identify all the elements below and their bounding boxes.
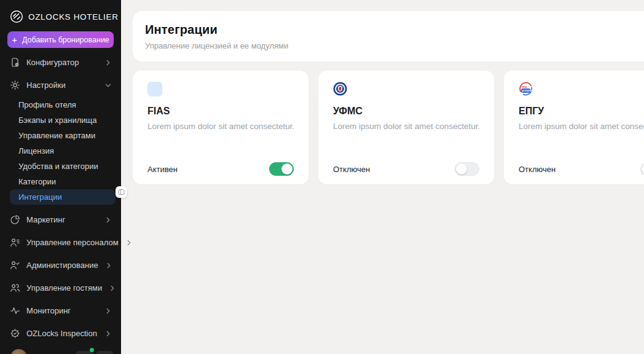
- main-content: Интеграции Управление лицензией и ее мод…: [121, 0, 644, 354]
- integration-card-fias: FIAS Lorem ipsum dolor sit amet consecte…: [133, 71, 308, 184]
- ufms-emblem-icon: [333, 82, 348, 96]
- integration-toggle[interactable]: [455, 162, 479, 176]
- nav-label: Маркетинг: [26, 215, 65, 224]
- chevron-right-icon: [108, 284, 117, 293]
- dock-button-right[interactable]: [96, 351, 113, 354]
- add-booking-label: Добавить бронирование: [22, 36, 109, 44]
- sidebar-subitem-integrations[interactable]: Интеграции: [10, 189, 116, 205]
- integration-card-ufms: УФМС Lorem ipsum dolor sit amet consecte…: [318, 71, 494, 184]
- sidebar: OZLOCKS HOTELIER + Добавить бронирование…: [0, 0, 121, 354]
- sidebar-item-ozlocks-inspection[interactable]: OZLocks Inspection: [0, 322, 121, 345]
- integration-status-label: Активен: [147, 165, 178, 174]
- sidebar-item-administration[interactable]: Администирование: [0, 254, 121, 277]
- page-header: Интеграции Управление лицензией и ее мод…: [133, 11, 644, 61]
- pie-chart-icon: [10, 214, 20, 225]
- add-booking-button[interactable]: + Добавить бронирование: [7, 31, 114, 48]
- brand-name: OZLOCKS HOTELIER: [28, 12, 119, 22]
- integration-footer: Активен: [147, 162, 294, 176]
- brand-logo-icon: [10, 10, 23, 23]
- integration-toggle[interactable]: [640, 162, 644, 176]
- fias-icon: [147, 82, 162, 96]
- integration-cards: FIAS Lorem ipsum dolor sit amet consecte…: [133, 71, 644, 184]
- sidebar-item-settings[interactable]: Настройки: [0, 74, 121, 96]
- sidebar-item-marketing[interactable]: Маркетинг: [0, 208, 121, 231]
- sidebar-subitem-categories[interactable]: Категории: [10, 174, 116, 189]
- integration-name: ЕПГУ: [519, 106, 644, 117]
- gosuslugi-icon: гос услуги: [519, 82, 533, 96]
- toggle-knob: [281, 163, 293, 175]
- integration-status-label: Отключен: [519, 165, 556, 174]
- page-subtitle: Управление лицензией и ее модулями: [145, 41, 644, 50]
- person-list-icon: [10, 237, 20, 248]
- sidebar-subitem-hotel-profile[interactable]: Профиль отеля: [10, 97, 116, 112]
- svg-text:гос: гос: [522, 85, 527, 88]
- sidebar-nav: Конфигуратор Настройки Профиль отеля Бэк…: [0, 51, 121, 345]
- sidebar-collapse-button[interactable]: [116, 186, 127, 198]
- sidebar-subitem-amenities[interactable]: Удобства и категории: [10, 159, 116, 174]
- nav-label: Администирование: [26, 261, 98, 270]
- integration-status-label: Отключен: [333, 165, 370, 174]
- nav-label: Конфигуратор: [26, 58, 79, 67]
- sidebar-item-monitoring[interactable]: Мониторинг: [0, 299, 121, 322]
- integration-description: Lorem ipsum dolor sit amet consectetur.: [333, 122, 479, 131]
- chevron-right-icon: [104, 329, 112, 338]
- user-avatar[interactable]: [10, 349, 27, 354]
- brand: OZLOCKS HOTELIER: [0, 0, 121, 23]
- sidebar-item-guest-management[interactable]: Управление гостями: [0, 277, 121, 299]
- chevron-right-icon: [104, 216, 112, 224]
- sidebar-item-configurator[interactable]: Конфигуратор: [0, 51, 121, 74]
- integration-footer: Отключен: [519, 162, 644, 176]
- person-check-icon: [10, 260, 20, 270]
- collapse-panel-icon: [118, 189, 125, 195]
- integration-description: Lorem ipsum dolor sit amet consectetur.: [519, 122, 644, 131]
- nav-label: Управление гостями: [26, 283, 102, 293]
- sidebar-subitem-license[interactable]: Лицензия: [10, 143, 116, 159]
- integration-card-epgu: гос услуги ЕПГУ Lorem ipsum dolor sit am…: [504, 71, 644, 184]
- chevron-right-icon: [104, 58, 112, 67]
- nav-label: Мониторинг: [26, 306, 71, 315]
- chevron-right-icon: [104, 307, 112, 315]
- plus-icon: +: [12, 35, 17, 44]
- page-title: Интеграции: [145, 23, 644, 37]
- toggle-knob: [456, 163, 467, 175]
- nav-label: OZLocks Inspection: [26, 329, 97, 338]
- chevron-right-icon: [104, 261, 113, 270]
- online-status-dot: [90, 348, 94, 352]
- integration-toggle[interactable]: [269, 162, 294, 176]
- integration-footer: Отключен: [333, 162, 479, 176]
- file-config-icon: [10, 57, 20, 68]
- nav-label: Настройки: [26, 81, 66, 90]
- sidebar-subitem-card-management[interactable]: Управление картами: [10, 128, 116, 143]
- nav-label: Управление персоналом: [26, 238, 119, 247]
- integration-name: FIAS: [147, 106, 294, 117]
- integration-name: УФМС: [333, 106, 479, 117]
- inspection-gear-icon: [10, 328, 20, 339]
- integration-description: Lorem ipsum dolor sit amet consectetur.: [147, 122, 294, 131]
- pulse-icon: [10, 305, 20, 316]
- people-icon: [10, 283, 20, 293]
- settings-submenu: Профиль отеля Бэкапы и хранилища Управле…: [0, 96, 121, 208]
- gear-icon: [10, 80, 20, 90]
- sidebar-item-staff-management[interactable]: Управление персоналом: [0, 231, 121, 254]
- chevron-down-icon: [104, 81, 112, 90]
- chevron-right-icon: [125, 238, 133, 247]
- svg-text:услуги: услуги: [522, 88, 532, 92]
- sidebar-subitem-backups[interactable]: Бэкапы и хранилища: [10, 112, 116, 128]
- toggle-knob: [642, 163, 644, 175]
